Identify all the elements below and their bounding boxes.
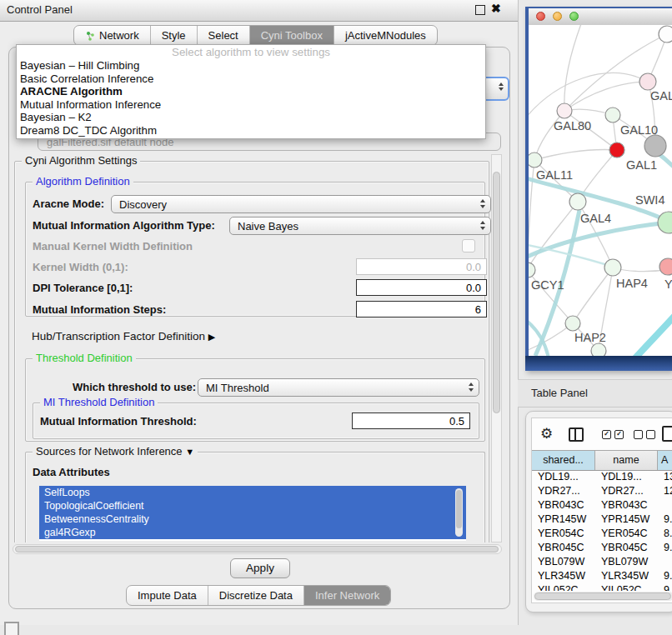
hub-definition-disclosure[interactable]: Hub/Transcription Factor Definition ▶: [32, 330, 215, 342]
data-attributes-label: Data Attributes: [33, 466, 110, 478]
network-edge[interactable]: [534, 111, 564, 160]
table-row[interactable]: YBR043CYBR043C: [532, 498, 672, 512]
aracne-mode-value: Discovery: [119, 198, 167, 211]
stepper-icon: [499, 82, 504, 91]
table-row[interactable]: YLR345WYLR345W9.: [532, 569, 672, 583]
network-edge[interactable]: [529, 73, 648, 118]
column-header-shared-name[interactable]: shared...: [532, 451, 595, 470]
mi-threshold-field[interactable]: 0.5: [352, 412, 470, 429]
manual-kernel-checkbox[interactable]: [462, 239, 475, 252]
list-scrollbar[interactable]: [455, 488, 463, 537]
mac-minimize-button[interactable]: [553, 12, 562, 21]
columns-icon[interactable]: [569, 428, 584, 442]
network-edge[interactable]: [564, 25, 582, 111]
network-edge[interactable]: [529, 202, 578, 270]
tab-select[interactable]: Select: [198, 26, 250, 45]
algorithm-option-selected[interactable]: ARACNE Algorithm: [17, 85, 485, 98]
mi-steps-label: Mutual Information Steps:: [33, 303, 166, 316]
table-row[interactable]: YBR045CYBR045C9.: [532, 541, 672, 555]
mi-type-value: Naive Bayes: [238, 220, 298, 232]
tab-cyni-toolbox[interactable]: Cyni Toolbox: [250, 26, 334, 45]
table-panel-title: Table Panel: [531, 387, 588, 399]
table-row[interactable]: YDR27...YDR27...12: [532, 484, 672, 498]
select-all-checkboxes-icon[interactable]: ✓✓: [602, 430, 624, 439]
table-row[interactable]: YDL19...YDL19...13: [532, 470, 672, 484]
stepper-icon: [480, 199, 485, 208]
attribute-item-selected[interactable]: BetweennessCentrality: [39, 512, 466, 526]
algorithm-option[interactable]: Bayesian – Hill Climbing: [17, 59, 485, 72]
mac-close-button[interactable]: [536, 12, 545, 21]
algorithm-option[interactable]: Bayesian – K2: [17, 111, 485, 124]
docked-window-icon[interactable]: [4, 622, 19, 635]
table-horizontal-scrollbar[interactable]: [534, 592, 672, 601]
chevron-right-icon: ▶: [208, 332, 215, 342]
network-node-gal1[interactable]: [609, 142, 624, 158]
dpi-tolerance-field[interactable]: 0.0: [356, 279, 487, 296]
tab-style[interactable]: Style: [151, 26, 198, 45]
attribute-item-selected[interactable]: TopologicalCoefficient: [39, 499, 466, 512]
new-table-icon[interactable]: [662, 426, 672, 442]
settings-horizontal-scrollbar[interactable]: [13, 544, 502, 554]
network-node-hap2[interactable]: [565, 316, 580, 331]
close-icon[interactable]: ✖: [491, 2, 501, 15]
network-node-gal80[interactable]: [557, 103, 572, 118]
network-window-bottom-frame: [525, 356, 672, 371]
node-label: GCY1: [531, 278, 564, 292]
column-header-partial[interactable]: A: [658, 451, 672, 470]
algorithm-option[interactable]: Basic Correlation Inference: [17, 72, 485, 86]
control-panel: Control Panel ✖ Network Style Select Cyn…: [0, 0, 519, 625]
mi-steps-field[interactable]: 6: [356, 301, 487, 318]
network-node-gal11[interactable]: [529, 152, 542, 168]
mi-type-combo[interactable]: Naive Bayes: [229, 217, 491, 235]
cyni-toolbox-panel: galFiltered.sif default node Select algo…: [8, 47, 510, 609]
deselect-all-checkboxes-icon[interactable]: [634, 430, 655, 439]
tab-infer-network[interactable]: Infer Network: [304, 586, 390, 605]
tab-discretize-data[interactable]: Discretize Data: [208, 586, 304, 605]
settings-vertical-scrollbar[interactable]: [491, 154, 502, 542]
network-node-hap4[interactable]: [604, 259, 621, 276]
network-view-window: GALGAL80GAL10GAL1GAL11GAL4SWI4GCY1HAP4YH…: [525, 7, 672, 371]
network-node-gal[interactable]: [639, 73, 656, 90]
stepper-icon: [469, 382, 474, 392]
network-node[interactable]: [659, 26, 672, 42]
which-threshold-combo[interactable]: MI Threshold: [198, 378, 479, 397]
attribute-item-selected[interactable]: gal4RGexp: [39, 526, 466, 539]
gear-icon[interactable]: ⚙: [540, 427, 553, 442]
tab-jactivemnodules[interactable]: jActiveMNodules: [334, 26, 437, 45]
algorithm-option[interactable]: Dream8 DC_TDC Algorithm: [17, 124, 485, 138]
aracne-mode-combo[interactable]: Discovery: [111, 195, 491, 213]
attribute-item-selected[interactable]: SelfLoops: [39, 486, 466, 499]
network-node[interactable]: [591, 343, 606, 356]
tab-impute-data[interactable]: Impute Data: [127, 586, 208, 605]
column-header-name[interactable]: name: [595, 451, 658, 470]
kernel-width-field[interactable]: 0.0: [356, 258, 487, 275]
apply-button[interactable]: Apply: [230, 558, 290, 578]
network-edge[interactable]: [564, 82, 648, 111]
network-edge[interactable]: [632, 315, 672, 356]
network-canvas[interactable]: GALGAL80GAL10GAL1GAL11GAL4SWI4GCY1HAP4YH…: [529, 25, 672, 356]
table-row[interactable]: YIL052CYIL052C9: [532, 583, 672, 591]
network-node[interactable]: [644, 135, 666, 157]
network-node-swi4[interactable]: [658, 212, 672, 233]
mac-zoom-button[interactable]: [569, 12, 579, 21]
float-window-icon[interactable]: [475, 5, 485, 15]
table-row[interactable]: YBL079WYBL079W: [532, 555, 672, 569]
network-node-y[interactable]: [659, 258, 672, 275]
tab-network[interactable]: Network: [74, 26, 151, 45]
network-node-gal10[interactable]: [605, 108, 620, 122]
algorithm-definition-group: Algorithm Definition Aracne Mode: Discov…: [25, 182, 485, 317]
table-row[interactable]: YER054CYER054C8.: [532, 527, 672, 541]
node-label: GAL4: [580, 212, 611, 225]
node-label: GAL: [650, 89, 672, 102]
algorithm-option[interactable]: Mutual Information Inference: [17, 98, 485, 112]
node-label: GAL10: [620, 123, 658, 137]
table-window: ⚙ ✓✓ shared... name A YDL19...YDL19...13…: [525, 411, 672, 612]
network-edge[interactable]: [534, 150, 617, 160]
chevron-down-icon[interactable]: ▼: [185, 447, 194, 457]
table-row[interactable]: YPR145WYPR145W9.: [532, 512, 672, 527]
network-node-gcy1[interactable]: [529, 262, 535, 278]
network-node-gal4[interactable]: [569, 193, 586, 210]
desktop: { "window": { "title": "Control Panel" }…: [0, 0, 672, 635]
network-edge[interactable]: [529, 222, 669, 258]
network-edge[interactable]: [573, 268, 613, 323]
